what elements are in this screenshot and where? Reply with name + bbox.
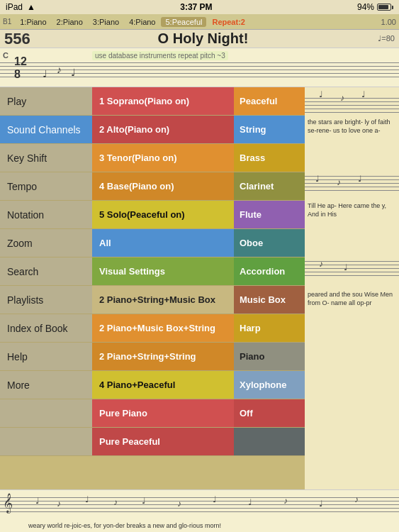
menu-row-pure-piano: Pure Piano Off [0,399,305,428]
menu-value-playlists[interactable]: 2 Piano+String+Music Box [92,286,234,314]
menu-value-key-shift[interactable]: 3 Tenor(Piano on) [92,144,234,172]
menu-label-tempo[interactable]: Tempo [0,172,92,200]
menu-row-tempo: Tempo 4 Base(Piano on) Clarinet [0,172,305,201]
menu-value-play[interactable]: 1 Soprano(Piano on) [92,87,234,115]
menu-value-help[interactable]: 2 Piano+String+String [92,343,234,370]
song-title: O Holy Night! [47,31,359,47]
bpm-display: 1.00 [381,18,396,26]
menu-row-play: Play 1 Soprano(Piano on) Peaceful [0,87,305,116]
lyrics-top: the stars are bright- ly of faith se-ren… [305,117,399,136]
sheet-music-top: C use database instruments repeat pitch … [0,48,399,87]
menu-value-notation[interactable]: 5 Solo(Peaceful on) [92,201,234,228]
bottom-lyrics: weary world re-joic-es, for yon-der brea… [28,522,221,529]
menu-value-more[interactable]: 4 Piano+Peaceful [92,371,234,399]
menu-row-zoom: Zoom All Oboe [0,229,305,257]
menu-instrument-notation[interactable]: Flute [234,201,305,228]
tab-bar: B1 1:Piano 2:Piano 3:Piano 4:Piano 5:Pea… [0,14,399,30]
menu-value-sound-channels[interactable]: 2 Alto(Piano on) [92,116,234,143]
battery-percent: 94% [357,2,374,12]
tab-5-peaceful[interactable]: 5:Peaceful [161,17,206,27]
device-label: iPad [6,2,23,12]
menu-value-index[interactable]: 2 Piano+Music Box+String [92,314,234,342]
sheet-music-bottom: 𝄞 weary world re-joic-es, for yon-der br… [0,489,399,532]
tab-repeat[interactable]: Repeat:2 [208,17,249,27]
menu-label-play[interactable]: Play [0,87,92,115]
sheet-right-panel: the stars are bright- ly of faith se-ren… [305,87,399,532]
menu-instrument-sound-channels[interactable]: String [234,116,305,143]
tab-4-piano[interactable]: 4:Piano [125,17,159,27]
menu-row-more: More 4 Piano+Peaceful Xylophone [0,371,305,399]
menu-label-key-shift[interactable]: Key Shift [0,144,92,172]
tempo-display: ♩=80 [359,34,395,43]
menu-label-zoom[interactable]: Zoom [0,229,92,257]
menu-label-search[interactable]: Search [0,257,92,285]
menu-instrument-play[interactable]: Peaceful [234,87,305,115]
measure-number: 556 [4,30,47,48]
menu-label-empty2 [0,428,92,455]
menu-value-zoom[interactable]: All [92,229,234,257]
menu-row-notation: Notation 5 Solo(Peaceful on) Flute [0,201,305,229]
key-label: B1 [3,18,11,26]
menu-instrument-search[interactable]: Accordion [234,257,305,285]
menu-instrument-more[interactable]: Xylophone [234,371,305,399]
menu-value-search[interactable]: Visual Settings [92,257,234,285]
menu-label-more[interactable]: More [0,371,92,399]
menu-instrument-help[interactable]: Piano [234,343,305,370]
menu-row-key-shift: Key Shift 3 Tenor(Piano on) Brass [0,144,305,172]
lyrics-bot: peared and the sou Wise Men from O- name… [305,289,399,309]
hint-text: use database instruments repeat pitch ~3 [92,51,228,60]
menu-overlay: Play 1 Soprano(Piano on) Peaceful Sound … [0,87,305,456]
menu-instrument-key-shift[interactable]: Brass [234,144,305,172]
menu-row-pure-peaceful: Pure Peaceful [0,428,305,456]
menu-value-pure-peaceful[interactable]: Pure Peaceful [92,428,234,455]
menu-label-help[interactable]: Help [0,343,92,370]
menu-row-help: Help 2 Piano+String+String Piano [0,343,305,371]
menu-row-search: Search Visual Settings Accordion [0,257,305,286]
battery-icon [377,4,393,11]
lyrics-mid: Till He ap- Here came the y, And in His [305,201,399,220]
menu-value-tempo[interactable]: 4 Base(Piano on) [92,172,234,200]
tab-1-piano[interactable]: 1:Piano [16,17,50,27]
menu-instrument-playlists[interactable]: Music Box [234,286,305,314]
menu-instrument-pure-piano[interactable]: Off [234,399,305,427]
tab-2-piano[interactable]: 2:Piano [52,17,87,27]
menu-label-playlists[interactable]: Playlists [0,286,92,314]
menu-label-sound-channels[interactable]: Sound Channels [0,116,92,143]
menu-label-notation[interactable]: Notation [0,201,92,228]
menu-label-index[interactable]: Index of Book [0,314,92,342]
header-row: 556 O Holy Night! ♩=80 [0,30,399,48]
time-display: 3:37 PM [180,2,212,12]
wifi-icon: ▲ [27,2,35,12]
tab-3-piano[interactable]: 3:Piano [89,17,123,27]
status-bar: iPad ▲ 3:37 PM 94% [0,0,399,14]
menu-instrument-tempo[interactable]: Clarinet [234,172,305,200]
c-label: C [3,51,9,60]
menu-instrument-index[interactable]: Harp [234,314,305,342]
menu-row-index: Index of Book 2 Piano+Music Box+String H… [0,314,305,343]
menu-instrument-pure-peaceful [234,428,305,455]
menu-row-sound-channels: Sound Channels 2 Alto(Piano on) String [0,116,305,144]
menu-instrument-zoom[interactable]: Oboe [234,229,305,257]
menu-label-empty1 [0,399,92,427]
menu-row-playlists: Playlists 2 Piano+String+Music Box Music… [0,286,305,314]
menu-value-pure-piano[interactable]: Pure Piano [92,399,234,427]
